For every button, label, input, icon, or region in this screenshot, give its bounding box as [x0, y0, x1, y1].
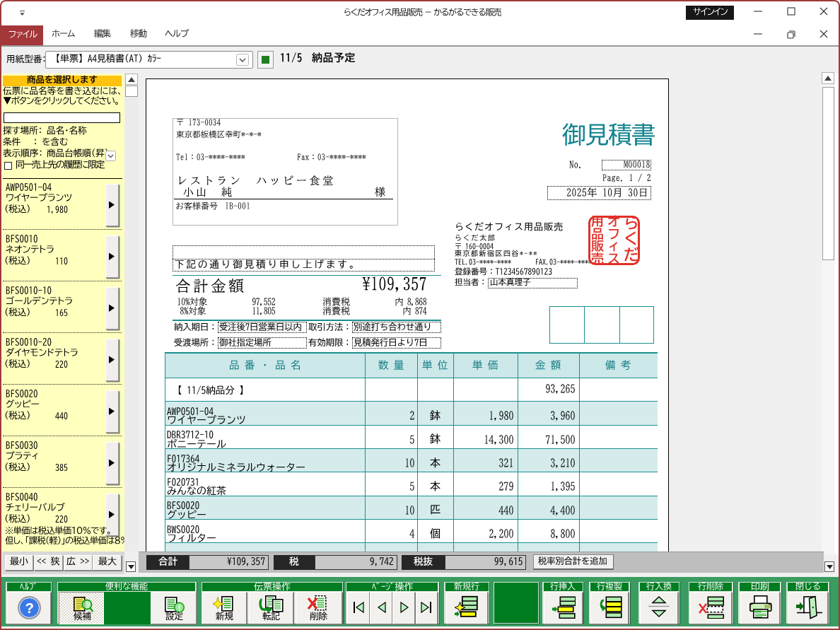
svg-text:!: ! — [178, 604, 181, 612]
svg-text:?: ? — [25, 600, 33, 616]
